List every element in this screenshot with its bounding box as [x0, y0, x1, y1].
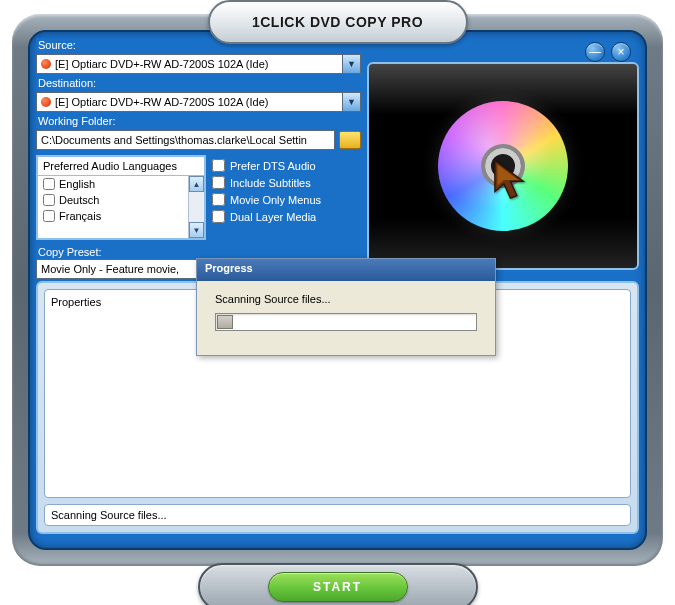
copy-preset-label: Copy Preset: [36, 245, 361, 259]
start-button[interactable]: START [268, 572, 408, 602]
destination-dropdown[interactable]: [E] Optiarc DVD+-RW AD-7200S 102A (Ide) … [36, 92, 361, 112]
bottom-bar: START [198, 563, 478, 605]
scroll-track[interactable] [189, 192, 204, 222]
chevron-down-icon[interactable]: ▼ [342, 93, 360, 111]
settings-panel: Source: [E] Optiarc DVD+-RW AD-7200S 102… [36, 38, 361, 276]
option-prefer-dts[interactable]: Prefer DTS Audio [212, 159, 361, 172]
progress-bar [215, 313, 477, 331]
disc-status-icon [41, 97, 51, 107]
working-folder-input[interactable]: C:\Documents and Settings\thomas.clarke\… [36, 130, 335, 150]
list-item: Deutsch [38, 192, 204, 208]
working-folder-label: Working Folder: [36, 114, 361, 128]
copy-preset-dropdown[interactable]: Movie Only - Feature movie, [36, 259, 206, 279]
destination-label: Destination: [36, 76, 361, 90]
scrollbar[interactable]: ▲ ▼ [188, 176, 204, 238]
cursor-icon [492, 158, 534, 202]
audio-languages-box: Preferred Audio Languages English Deutsc… [36, 155, 206, 240]
option-include-subtitles[interactable]: Include Subtitles [212, 176, 361, 189]
status-bar: Scanning Source files... [44, 504, 631, 526]
status-text: Scanning Source files... [51, 509, 167, 521]
list-item: Français [38, 208, 204, 224]
language-checkbox-english[interactable] [43, 178, 55, 190]
source-value: [E] Optiarc DVD+-RW AD-7200S 102A (Ide) [55, 58, 342, 70]
progress-title: Progress [197, 259, 495, 281]
audio-languages-list[interactable]: English Deutsch Français ▲ ▼ [38, 176, 204, 238]
working-folder-value: C:\Documents and Settings\thomas.clarke\… [41, 134, 334, 146]
options-group: Prefer DTS Audio Include Subtitles Movie… [212, 155, 361, 240]
window-controls: — × [585, 42, 631, 62]
language-checkbox-francais[interactable] [43, 210, 55, 222]
title-bar: 1CLICK DVD COPY PRO [208, 0, 468, 44]
option-movie-only-menus[interactable]: Movie Only Menus [212, 193, 361, 206]
folder-icon[interactable] [339, 131, 361, 149]
source-dropdown[interactable]: [E] Optiarc DVD+-RW AD-7200S 102A (Ide) … [36, 54, 361, 74]
preview-panel [367, 62, 639, 270]
minimize-button[interactable]: — [585, 42, 605, 62]
language-checkbox-deutsch[interactable] [43, 194, 55, 206]
progress-message: Scanning Source files... [215, 293, 477, 305]
close-button[interactable]: × [611, 42, 631, 62]
option-dual-layer[interactable]: Dual Layer Media [212, 210, 361, 223]
audio-languages-header: Preferred Audio Languages [38, 157, 204, 176]
list-item: English [38, 176, 204, 192]
scroll-up-icon[interactable]: ▲ [189, 176, 204, 192]
copy-preset-value: Movie Only - Feature movie, [41, 263, 179, 275]
progress-bar-fill [217, 315, 233, 329]
disc-status-icon [41, 59, 51, 69]
progress-dialog: Progress Scanning Source files... [196, 258, 496, 356]
destination-value: [E] Optiarc DVD+-RW AD-7200S 102A (Ide) [55, 96, 342, 108]
chevron-down-icon[interactable]: ▼ [342, 55, 360, 73]
app-title: 1CLICK DVD COPY PRO [252, 14, 423, 30]
scroll-down-icon[interactable]: ▼ [189, 222, 204, 238]
